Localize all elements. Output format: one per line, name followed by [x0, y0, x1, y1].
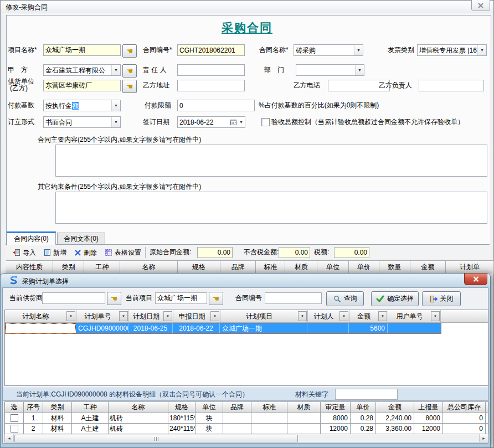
scrollbar-track[interactable] — [14, 434, 479, 442]
col-header[interactable]: 内容性质 — [6, 261, 53, 274]
col-approved-qty[interactable]: 审定量 — [321, 402, 351, 413]
col-header[interactable]: 金额 — [410, 261, 446, 274]
filter-dropdown-icon[interactable]: ▼ — [66, 311, 75, 321]
col-name[interactable]: 名称 — [109, 402, 168, 413]
horizontal-scrollbar[interactable]: ◄ ► — [4, 434, 488, 442]
filter-dropdown-icon[interactable]: ▼ — [298, 311, 307, 321]
plan-row-selected[interactable]: CGJHD090000008 2018-06-25 2018-06-22 众城广… — [5, 323, 441, 334]
col-header[interactable]: 类别 — [53, 261, 84, 274]
col-plan-project[interactable]: 计划项目▼ — [220, 310, 308, 322]
col-unit-price[interactable]: 单价 — [351, 402, 376, 413]
filter-dropdown-icon[interactable]: ▼ — [431, 311, 440, 321]
close-button[interactable]: 关闭 — [422, 291, 461, 306]
filter-dropdown-icon[interactable]: ▼ — [119, 311, 128, 321]
accept-total-checkbox[interactable] — [261, 118, 270, 126]
filter-dropdown-icon[interactable]: ▼ — [378, 311, 387, 321]
delete-button[interactable]: 删除 — [70, 246, 101, 259]
current-supplier-input[interactable] — [42, 292, 105, 304]
col-header[interactable]: 计划单 — [446, 261, 494, 274]
form-type-label: 订立形式 — [8, 119, 34, 126]
search-icon — [333, 295, 341, 303]
col-header[interactable]: 规格 — [178, 261, 220, 274]
col-header[interactable]: 单价 — [349, 261, 379, 274]
col-report-date[interactable]: 申报日期▼ — [173, 310, 220, 322]
col-index[interactable]: 序号 — [24, 402, 43, 413]
supplier-label-line2: (乙方) — [10, 85, 28, 92]
material-keyword-input[interactable] — [335, 389, 398, 400]
scroll-left-button[interactable]: ◄ — [5, 434, 14, 442]
col-plan-date[interactable]: 计划日期▼ — [129, 310, 173, 322]
col-select[interactable]: 选 — [5, 402, 24, 413]
col-header[interactable]: 工种 — [84, 261, 120, 274]
scrollbar-thumb[interactable] — [14, 435, 298, 442]
contract-no-input[interactable] — [177, 44, 245, 56]
col-plan-name[interactable]: 计划名称▼ — [5, 310, 76, 322]
col-reported-qty[interactable]: 上报量 — [414, 402, 443, 413]
tax-amount-input[interactable] — [334, 247, 369, 258]
party-a-select[interactable]: 金石建筑工程有限公 ▼ — [43, 64, 121, 76]
grid-settings-icon — [105, 249, 112, 256]
contract-name-select[interactable]: 砖采购 ▼ — [294, 44, 363, 56]
grid-settings-button[interactable]: 表格设置 — [101, 246, 145, 259]
col-header[interactable]: 数量 — [379, 261, 410, 274]
tab-contract-text[interactable]: 合同文本(0) — [57, 233, 105, 245]
col-amount[interactable]: 金额 — [376, 402, 414, 413]
add-button[interactable]: 新增 — [40, 246, 70, 259]
party-a-lookup-button[interactable]: ☚ — [122, 64, 137, 78]
filter-dropdown-icon[interactable]: ▼ — [339, 311, 348, 321]
col-header[interactable]: 标准 — [256, 261, 285, 274]
main-content-textarea[interactable] — [55, 145, 487, 177]
row-checkbox[interactable] — [11, 414, 18, 422]
col-unit[interactable]: 单位 — [195, 402, 223, 413]
col-planner[interactable]: 计划人▼ — [308, 310, 349, 322]
plan-grid: 计划名称▼ 计划单号▼ 计划日期▼ 申报日期▼ 计划项目▼ 计划人▼ 金额▼ 用… — [4, 310, 488, 386]
responsible-input[interactable] — [177, 64, 245, 76]
col-material[interactable]: 材质 — [287, 402, 321, 413]
col-category[interactable]: 类别 — [43, 402, 72, 413]
dialog-close-button[interactable] — [464, 273, 487, 285]
col-amount[interactable]: 金额▼ — [349, 310, 388, 322]
orig-amount-input[interactable] — [197, 247, 233, 258]
supplier-filter-lookup-button[interactable]: ☚ — [107, 292, 121, 305]
col-header[interactable]: 材质 — [285, 261, 317, 274]
invoice-type-select[interactable]: 增值税专用发票 |16 ▼ — [417, 44, 487, 56]
detail-row[interactable]: 2 材料 A土建 机砖 240*115* 块 12000 0.28 3,360.… — [5, 424, 488, 434]
scroll-right-button[interactable]: ► — [479, 434, 488, 442]
row-checkbox[interactable] — [11, 425, 18, 432]
contract-no-filter-input[interactable] — [265, 292, 322, 304]
col-spec[interactable]: 规格 — [168, 402, 195, 413]
col-plan-no[interactable]: 计划单号▼ — [76, 310, 129, 322]
filter-dropdown-icon[interactable]: ▼ — [163, 311, 172, 321]
filter-dropdown-icon[interactable]: ▼ — [210, 311, 219, 321]
supplier-input[interactable] — [43, 80, 121, 91]
notax-amount-input[interactable] — [279, 247, 310, 258]
tab-contract-content[interactable]: 合同内容(0) — [7, 231, 56, 245]
chevron-down-icon: ▼ — [354, 45, 363, 55]
col-trade[interactable]: 工种 — [72, 402, 109, 413]
col-header[interactable]: 名称 — [120, 261, 178, 274]
window-close-button[interactable] — [471, 0, 490, 11]
detail-row[interactable]: 1 材料 A土建 机砖 180*115* 块 8000 0.28 2,240.0… — [5, 413, 488, 424]
col-brand[interactable]: 品牌 — [223, 402, 251, 413]
query-button[interactable]: 查询 — [326, 291, 364, 306]
project-input[interactable] — [43, 44, 121, 56]
other-terms-textarea[interactable] — [55, 192, 487, 224]
party-b-address-input[interactable] — [177, 80, 245, 91]
project-filter-lookup-button[interactable]: ☚ — [209, 292, 223, 305]
form-type-select[interactable]: 书面合同 ▼ — [43, 116, 121, 128]
import-button[interactable]: 导入 — [8, 246, 40, 259]
col-standard[interactable]: 标准 — [251, 402, 287, 413]
confirm-select-button[interactable]: 确定选择 — [371, 291, 419, 306]
party-b-leader-input[interactable] — [419, 80, 484, 91]
supplier-lookup-button[interactable]: ☚ — [122, 80, 137, 93]
col-hq-stock[interactable]: 总公司库存 — [443, 402, 486, 413]
col-user-no[interactable]: 用户单号▼ — [388, 310, 441, 322]
col-header[interactable]: 单位 — [317, 261, 348, 274]
pay-limit-input[interactable] — [177, 100, 255, 111]
project-lookup-button[interactable]: ☚ — [122, 44, 137, 58]
sign-date-picker[interactable]: 2018-06-22 ▼ — [177, 116, 245, 128]
pay-base-select[interactable]: 按执行金额 ▼ — [43, 100, 121, 111]
current-project-input[interactable] — [155, 292, 207, 304]
col-header[interactable]: 品牌 — [220, 261, 256, 274]
dept-select[interactable]: ▼ — [296, 64, 364, 76]
